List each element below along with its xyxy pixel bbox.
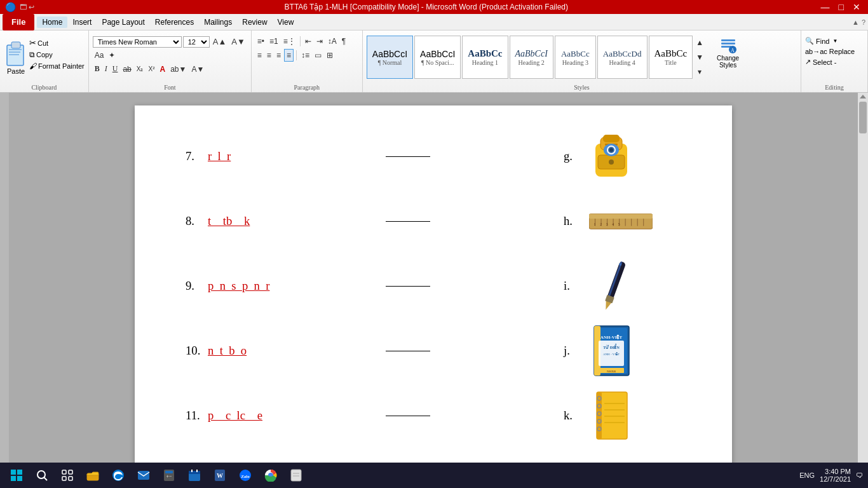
- italic-button[interactable]: I: [103, 63, 109, 75]
- styles-more[interactable]: ▾: [694, 66, 705, 78]
- subscript-button[interactable]: X₂: [135, 64, 146, 74]
- decrease-font-button[interactable]: A▼: [229, 36, 247, 48]
- v-scrollbar[interactable]: [858, 93, 868, 471]
- clear-formatting-button[interactable]: ✦: [107, 50, 117, 61]
- maximize-button[interactable]: □: [836, 2, 846, 12]
- svg-point-14: [609, 159, 614, 165]
- find-button[interactable]: 🔍 Find ▼: [805, 37, 864, 45]
- highlight-button[interactable]: ab▼: [168, 64, 188, 75]
- item-7-line: [386, 156, 430, 157]
- item-7-word: r_l_r: [208, 149, 367, 163]
- align-center-button[interactable]: ≡: [265, 50, 273, 61]
- close-button[interactable]: ✕: [850, 2, 863, 12]
- exercise-item-11: 11. p__c_lc__e k.: [186, 390, 681, 441]
- paste-button[interactable]: Paste: [4, 33, 28, 81]
- styles-scroll-up[interactable]: ▲: [694, 37, 705, 48]
- chrome-taskbar[interactable]: [259, 464, 282, 487]
- decrease-indent-button[interactable]: ⇤: [303, 36, 313, 47]
- menu-insert[interactable]: Insert: [67, 17, 97, 28]
- taskbar-language: ENG: [799, 471, 815, 479]
- mail-taskbar[interactable]: [132, 464, 155, 487]
- paragraph-group: ≡• ≡1 ≡⋮ ⇤ ⇥ ↕A ¶ ≡ ≡ ≡ ≡ ↕≡ ▭ ⊞ Paragra…: [252, 30, 363, 92]
- style-heading4[interactable]: AaBbCcDd Heading 4: [597, 36, 648, 79]
- svg-rect-2: [9, 49, 22, 50]
- zalo-taskbar[interactable]: Zalo: [234, 464, 257, 487]
- menu-file[interactable]: File: [3, 14, 34, 30]
- bold-button[interactable]: B: [93, 63, 102, 75]
- copy-button[interactable]: ⧉ Copy: [29, 50, 85, 59]
- item-9-line: [386, 286, 430, 287]
- style-heading2[interactable]: AaBbCcI Heading 2: [510, 36, 553, 79]
- menu-home[interactable]: Home: [37, 17, 67, 28]
- help-icon[interactable]: ?: [862, 18, 865, 26]
- word-taskbar[interactable]: W: [208, 464, 231, 487]
- underline-button[interactable]: U: [111, 63, 120, 75]
- menu-page-layout[interactable]: Page Layout: [97, 17, 149, 28]
- font-name-select[interactable]: Times New Roman: [93, 36, 182, 48]
- justify-button[interactable]: ≡: [284, 49, 294, 62]
- menu-view[interactable]: View: [273, 17, 299, 28]
- style-heading3[interactable]: AaBbCc Heading 3: [555, 36, 596, 79]
- edge-taskbar[interactable]: [107, 464, 130, 487]
- borders-button[interactable]: ⊞: [325, 50, 335, 61]
- show-marks-button[interactable]: ¶: [340, 36, 348, 47]
- style-no-spacing[interactable]: AaBbCcI ¶ No Spaci...: [414, 36, 461, 79]
- svg-rect-83: [69, 477, 72, 480]
- superscript-button[interactable]: X²: [146, 64, 156, 74]
- style-normal[interactable]: AaBbCcI ¶ Normal: [367, 36, 413, 79]
- item-8-num: 8.: [186, 214, 208, 228]
- format-painter-button[interactable]: 🖌 Format Painter: [29, 62, 85, 71]
- font-label: Font: [89, 84, 251, 91]
- change-styles-button[interactable]: A Change Styles: [707, 36, 749, 69]
- font-size-select[interactable]: 12: [183, 36, 210, 48]
- menu-references[interactable]: References: [150, 17, 199, 28]
- svg-rect-81: [69, 470, 72, 474]
- select-button[interactable]: ↗ Select -: [805, 58, 864, 66]
- ribbon: Paste ✂ Cut ⧉ Copy 🖌 Format Painter Clip…: [0, 30, 868, 93]
- calculator-taskbar[interactable]: +−: [158, 464, 180, 487]
- sort-button[interactable]: ↕A: [326, 36, 339, 47]
- style-heading1[interactable]: AaBbCc Heading 1: [462, 36, 508, 79]
- svg-rect-4: [9, 54, 19, 55]
- align-left-button[interactable]: ≡: [255, 50, 264, 61]
- item-7-letter: g.: [564, 149, 583, 163]
- document-scroll[interactable]: 7. r_l_r g.: [9, 93, 858, 471]
- calendar-taskbar[interactable]: [183, 464, 206, 487]
- increase-indent-button[interactable]: ⇥: [315, 36, 325, 47]
- scroll-up-arrow[interactable]: [860, 95, 866, 98]
- style-title[interactable]: AaBbCc Title: [649, 36, 693, 79]
- replace-button[interactable]: ab→ac Replace: [805, 48, 864, 55]
- item-11-letter: k.: [564, 409, 583, 423]
- start-button[interactable]: [5, 464, 28, 487]
- strikethrough-button[interactable]: ab: [121, 64, 133, 75]
- paragraph-label: Paragraph: [252, 84, 362, 91]
- scroll-thumb[interactable]: [859, 102, 867, 133]
- shading-button[interactable]: ▭: [313, 50, 323, 61]
- svg-text:1: 1: [594, 222, 596, 226]
- bullets-button[interactable]: ≡•: [255, 36, 266, 47]
- menu-review[interactable]: Review: [237, 17, 272, 28]
- exercise-item-8: 8. t__tb__k h.: [186, 196, 681, 247]
- search-taskbar-button[interactable]: [31, 464, 53, 487]
- item-10-num: 10.: [186, 344, 208, 358]
- cut-button[interactable]: ✂ Cut: [29, 38, 85, 48]
- numbering-button[interactable]: ≡1: [268, 36, 280, 47]
- align-right-button[interactable]: ≡: [275, 50, 283, 61]
- svg-rect-5: [721, 39, 735, 41]
- svg-text:Zalo: Zalo: [241, 474, 250, 479]
- styles-scroll-down[interactable]: ▼: [694, 51, 705, 63]
- ribbon-expand[interactable]: ▲: [852, 18, 859, 26]
- increase-font-button[interactable]: A▲: [211, 36, 229, 48]
- task-view-button[interactable]: [56, 464, 79, 487]
- notification-button[interactable]: 🗨: [856, 471, 863, 479]
- change-case-button[interactable]: Aa: [93, 50, 106, 61]
- font-color-button[interactable]: A: [158, 64, 167, 75]
- svg-text:+−: +−: [166, 473, 172, 479]
- font-color-dropdown[interactable]: A▼: [189, 64, 206, 75]
- menu-mailings[interactable]: Mailings: [199, 17, 237, 28]
- line-spacing-button[interactable]: ↕≡: [299, 50, 311, 61]
- file-explorer-taskbar[interactable]: [81, 464, 104, 487]
- minimize-button[interactable]: —: [818, 2, 832, 12]
- multilevel-list-button[interactable]: ≡⋮: [281, 36, 297, 47]
- file-taskbar2[interactable]: [285, 464, 308, 487]
